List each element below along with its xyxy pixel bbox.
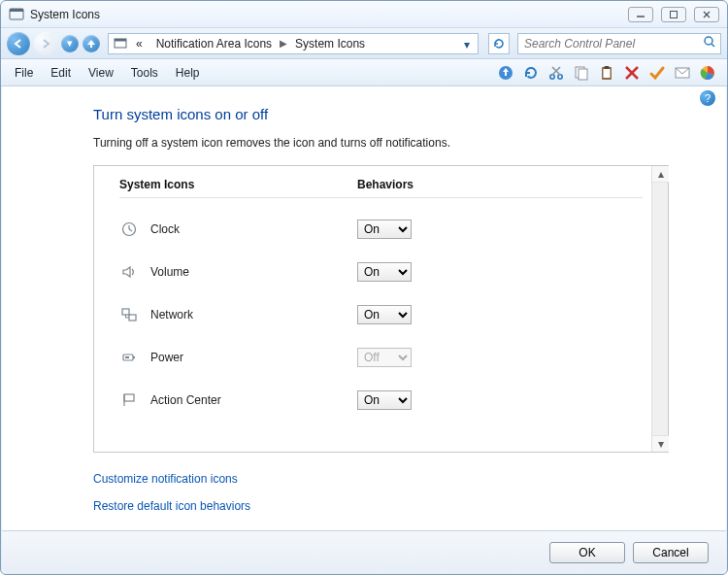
menu-edit[interactable]: Edit	[43, 62, 79, 84]
network-icon	[119, 305, 139, 324]
svg-rect-33	[125, 356, 129, 358]
column-header-icons: System Icons	[119, 178, 357, 195]
up-button[interactable]	[83, 35, 100, 52]
svg-point-11	[550, 74, 554, 78]
scrollbar[interactable]: ▴ ▾	[651, 166, 668, 452]
svg-rect-7	[115, 39, 126, 42]
svg-rect-18	[604, 69, 611, 78]
action-center-icon	[119, 390, 139, 410]
menu-view[interactable]: View	[81, 62, 121, 84]
menu-file[interactable]: File	[7, 62, 41, 84]
clock-icon	[119, 220, 139, 239]
content-area: ? Turn system icons on or off Turning of…	[1, 86, 727, 574]
settings-panel: ▴ ▾ System Icons Behaviors ClockOnOffVol…	[93, 165, 669, 453]
svg-line-9	[711, 44, 714, 47]
table-row: ClockOnOff	[119, 208, 643, 251]
maximize-button[interactable]	[661, 7, 686, 22]
row-label: Network	[150, 308, 357, 321]
ok-button[interactable]: OK	[549, 542, 625, 563]
power-icon	[119, 348, 139, 367]
refresh-icon[interactable]	[521, 63, 541, 83]
breadcrumb-item-0[interactable]: Notification Area Icons	[150, 37, 278, 51]
search-icon[interactable]	[703, 35, 716, 51]
navbar: ▾ « Notification Area Icons ▶ System Ico…	[1, 28, 727, 59]
behavior-select[interactable]: OnOff	[357, 220, 412, 239]
window-title: System Icons	[30, 8, 100, 21]
svg-rect-19	[605, 66, 610, 69]
svg-point-8	[705, 37, 712, 45]
svg-rect-28	[129, 315, 136, 321]
menu-tools[interactable]: Tools	[123, 62, 166, 84]
chevron-right-icon: ▶	[280, 38, 287, 49]
svg-rect-3	[671, 11, 678, 17]
window: System Icons ▾ « Notification Area Icons…	[0, 0, 728, 575]
svg-rect-16	[579, 69, 587, 80]
close-button[interactable]	[694, 7, 719, 22]
globe-up-icon[interactable]	[496, 63, 515, 83]
control-panel-icon	[113, 36, 128, 51]
behavior-select[interactable]: OnOff	[357, 390, 412, 410]
search-box[interactable]	[517, 33, 721, 54]
recent-pages-dropdown[interactable]: ▾	[61, 35, 79, 52]
forward-button[interactable]	[34, 32, 57, 55]
breadcrumb-prefix[interactable]: «	[130, 37, 149, 51]
menu-help[interactable]: Help	[168, 62, 208, 84]
behavior-select[interactable]: OnOff	[357, 305, 412, 324]
help-icon[interactable]: ?	[700, 90, 715, 106]
mail-icon[interactable]	[673, 63, 692, 83]
scroll-down-icon[interactable]: ▾	[652, 435, 669, 452]
search-input[interactable]	[522, 36, 703, 51]
footer: OK Cancel	[2, 530, 726, 573]
svg-rect-1	[10, 9, 23, 12]
paste-icon[interactable]	[597, 63, 616, 83]
check-icon[interactable]	[647, 63, 667, 83]
pie-icon[interactable]	[698, 63, 717, 83]
row-label: Clock	[150, 222, 357, 236]
back-button[interactable]	[7, 32, 30, 55]
app-icon	[9, 7, 24, 22]
divider	[119, 197, 643, 198]
svg-rect-27	[122, 309, 129, 315]
refresh-button[interactable]	[488, 33, 510, 54]
table-row: Action CenterOnOff	[119, 379, 643, 422]
svg-rect-34	[124, 394, 134, 401]
volume-icon	[119, 262, 139, 282]
row-label: Power	[150, 351, 357, 364]
svg-line-26	[129, 229, 132, 231]
scroll-up-icon[interactable]: ▴	[652, 166, 669, 183]
cut-icon[interactable]	[546, 63, 566, 83]
titlebar: System Icons	[1, 1, 727, 28]
copy-icon[interactable]	[572, 63, 591, 83]
svg-point-12	[558, 74, 562, 78]
minimize-button[interactable]	[628, 7, 653, 22]
column-header-behaviors: Behaviors	[357, 178, 643, 195]
toolbar-icons	[496, 63, 721, 83]
address-dropdown-icon[interactable]: ▾	[458, 36, 476, 53]
table-row: PowerOnOff	[119, 336, 643, 379]
row-label: Action Center	[150, 393, 357, 407]
behavior-select: OnOff	[357, 348, 412, 367]
cancel-button[interactable]: Cancel	[633, 542, 709, 563]
table-row: NetworkOnOff	[119, 293, 643, 336]
svg-rect-32	[133, 356, 135, 358]
row-label: Volume	[150, 265, 357, 279]
page-title: Turn system icons on or off	[93, 106, 669, 122]
behavior-select[interactable]: OnOff	[357, 262, 412, 282]
delete-icon[interactable]	[622, 63, 642, 83]
page-description: Turning off a system icon removes the ic…	[93, 136, 669, 150]
restore-link[interactable]: Restore default icon behaviors	[93, 495, 669, 517]
table-row: VolumeOnOff	[119, 251, 643, 293]
breadcrumb-address-bar[interactable]: « Notification Area Icons ▶ System Icons…	[108, 33, 479, 54]
breadcrumb-item-1[interactable]: System Icons	[289, 37, 371, 51]
customize-link[interactable]: Customize notification icons	[93, 468, 669, 490]
menubar: FileEditViewToolsHelp	[1, 59, 727, 86]
